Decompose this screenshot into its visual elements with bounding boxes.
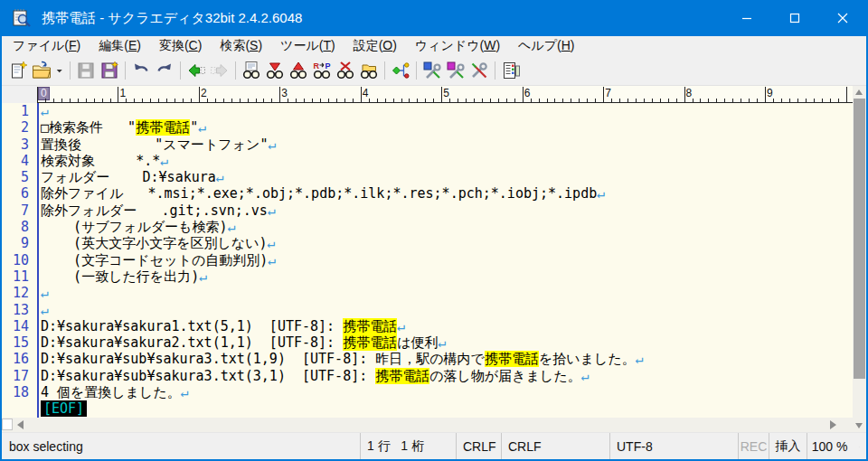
line-text: (文字コードセットの自動判別)↵	[37, 252, 276, 268]
toolbar-button-open-file-dropdown[interactable]	[54, 60, 65, 81]
ruler-tick	[482, 99, 483, 102]
text-segment: D:¥sakura¥sakura1.txt(5,1) [UTF-8]:	[41, 318, 343, 334]
open-file-dropdown-icon	[54, 61, 65, 80]
search-hit-highlight: 携帯電話	[343, 334, 397, 351]
newline-mark: ↵	[597, 185, 605, 202]
common-settings-icon	[446, 61, 466, 80]
status-encoding[interactable]: UTF-8	[609, 433, 738, 459]
menu-item-e[interactable]: 編集(E)	[90, 38, 150, 54]
menu-item-o[interactable]: 設定(O)	[344, 38, 406, 54]
ruler-number: 2	[201, 87, 207, 99]
ruler-tick	[741, 99, 741, 102]
text-segment: は便利	[397, 334, 438, 351]
line-text: (サブフォルダーも検索)↵	[37, 219, 236, 235]
vertical-scrollbar-thumb[interactable]	[854, 99, 865, 379]
newline-mark: ↵	[181, 384, 189, 400]
ruler-tick	[700, 99, 701, 102]
status-zoom-level[interactable]: 100 %	[807, 433, 852, 459]
horizontal-scrollbar[interactable]	[2, 418, 866, 432]
ruler-tick	[668, 99, 669, 102]
menu-item-c[interactable]: 変換(C)	[150, 38, 211, 54]
status-macro-record: REC	[738, 433, 769, 459]
editor-line: 14D:¥sakura¥sakura1.txt(5,1) [UTF-8]: 携帯…	[2, 318, 852, 334]
toolbar-button-save[interactable]	[75, 60, 97, 81]
line-number: 14	[2, 318, 37, 334]
grep-icon	[359, 61, 379, 80]
newline-mark: ↵	[268, 202, 276, 219]
search-hit-highlight: 携帯電話	[136, 119, 190, 136]
ruler-tick	[361, 87, 362, 102]
line-number	[2, 400, 37, 417]
horizontal-scrollbar-thumb[interactable]	[2, 419, 13, 430]
toolbar-button-type-settings[interactable]	[421, 60, 443, 81]
ruler-tick	[215, 99, 216, 102]
editor-line: 10 (文字コードセットの自動判別)↵	[2, 252, 852, 268]
line-number: 8	[2, 219, 37, 235]
history-forward-icon	[210, 61, 230, 80]
toolbar-button-key-settings[interactable]	[468, 60, 490, 81]
scroll-right-arrow-icon[interactable]	[830, 420, 836, 429]
ruler-tick	[797, 99, 798, 102]
menu-item-s[interactable]: 検索(S)	[211, 38, 271, 54]
editor-line: 4検索対象 *.*↵	[2, 153, 852, 169]
toolbar-button-history-back[interactable]	[185, 60, 207, 81]
ruler-tick	[417, 99, 418, 102]
ruler-tick	[231, 99, 232, 102]
toolbar-separator	[384, 61, 385, 80]
menu-item-w[interactable]: ウィンドウ(W)	[406, 38, 509, 54]
toolbar-button-undo[interactable]	[130, 60, 152, 81]
toolbar-button-search[interactable]	[241, 60, 262, 81]
vertical-scrollbar[interactable]	[853, 86, 866, 432]
resize-grip[interactable]	[852, 433, 866, 459]
toolbar-button-grep[interactable]	[358, 60, 380, 81]
text-segment: D:¥sakura¥sub¥sakura3.txt(3,1) [UTF-8]:	[41, 368, 375, 384]
toolbar-separator	[235, 61, 236, 80]
text-segment: を拾いました。	[539, 351, 636, 367]
toolbar-button-save-all[interactable]	[99, 60, 120, 81]
ruler-tick	[183, 99, 184, 102]
status-eol-input[interactable]: CRLF	[456, 433, 501, 459]
text-segment: D:¥sakura¥sub¥sakura3.txt(1,9) [UTF-8]: …	[41, 351, 485, 367]
ruler-number: 7	[605, 87, 611, 99]
toolbar-button-common-settings[interactable]	[445, 60, 467, 81]
status-insert-mode[interactable]: 挿入	[769, 433, 807, 459]
ruler-tick	[256, 99, 257, 102]
menu-item-t[interactable]: ツール(T)	[271, 38, 344, 54]
menu-item-f[interactable]: ファイル(F)	[4, 38, 90, 54]
search-prev-icon	[288, 61, 308, 80]
text-segment: (サブフォルダーも検索)	[41, 219, 228, 235]
toolbar-button-macro-list[interactable]	[500, 60, 522, 81]
search-icon	[241, 61, 261, 80]
editor-lines[interactable]: 1↵2□検索条件 "携帯電話"↵3置換後 "スマートフォン"↵4検索対象 *.*…	[2, 103, 852, 418]
toolbar-button-replace[interactable]: RP	[311, 60, 333, 81]
newline-mark: ↵	[268, 252, 276, 268]
toolbar-button-search-next[interactable]	[264, 60, 286, 81]
line-text: (英大文字小文字を区別しない)↵	[37, 235, 276, 251]
toolbar-button-clear-search-mark[interactable]	[335, 60, 356, 81]
editor-area[interactable]: 1↵2□検索条件 "携帯電話"↵3置換後 "スマートフォン"↵4検索対象 *.*…	[2, 103, 866, 418]
scroll-left-arrow-icon[interactable]	[17, 420, 24, 429]
ruler-tick	[547, 99, 548, 102]
window-title: 携帯電話 - サクラエディタ32bit 2.4.2.6048	[42, 10, 302, 27]
menu-item-h[interactable]: ヘルプ(H)	[509, 38, 583, 54]
maximize-button[interactable]	[770, 0, 818, 36]
toolbar-button-outline[interactable]	[390, 60, 411, 81]
scroll-up-arrow-icon[interactable]	[855, 89, 863, 95]
toolbar-separator	[495, 61, 495, 80]
text-segment: 検索対象 *.*	[41, 153, 160, 169]
status-eol-file[interactable]: CRLF	[501, 433, 609, 459]
toolbar-button-open-file[interactable]	[31, 60, 52, 81]
close-button[interactable]	[818, 0, 866, 36]
scroll-down-arrow-icon[interactable]	[855, 423, 863, 428]
toolbar-button-search-prev[interactable]	[288, 60, 309, 81]
toolbar-button-history-forward[interactable]	[209, 60, 231, 81]
toolbar-button-new-file[interactable]	[7, 60, 29, 81]
ruler-tick	[312, 99, 313, 102]
minimize-button[interactable]	[722, 0, 770, 36]
ruler-tick	[102, 99, 103, 102]
new-file-icon	[8, 61, 28, 80]
clear-search-mark-icon	[335, 61, 355, 80]
toolbar-separator	[416, 61, 417, 80]
toolbar-button-redo[interactable]	[154, 60, 175, 81]
ruler-tick	[110, 99, 111, 102]
